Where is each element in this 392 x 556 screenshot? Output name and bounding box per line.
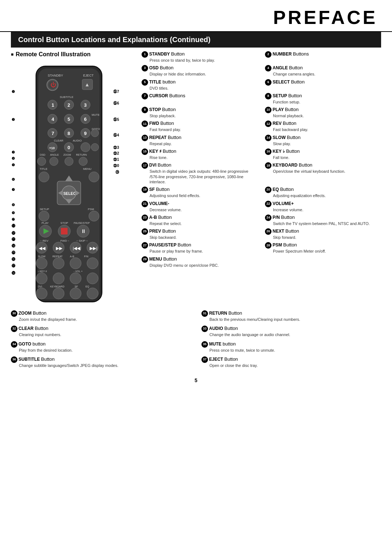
item-type: Button (285, 107, 299, 113)
svg-text:STANDBY: STANDBY (48, 74, 63, 77)
num-circle: 7 (142, 93, 148, 99)
item-type: button (163, 79, 176, 85)
item-type: Button (288, 93, 302, 98)
item-detail: Change the audio language or audio chann… (209, 332, 381, 337)
desc-item-1: 1STANDBY ButtonPress once to stand by, t… (142, 51, 258, 63)
item-detail: Repeat play. (150, 141, 258, 146)
annot-12: ⓬ (12, 231, 15, 235)
desc-item-21: 21VOLUME- Decrease volume. (142, 201, 258, 212)
num-circle: 20 (265, 187, 271, 193)
svg-text:6: 6 (84, 116, 87, 122)
annot-r34: ㉟4 (113, 133, 119, 137)
item-label: NUMBER (273, 52, 293, 57)
right-panel: 1STANDBY ButtonPress once to stand by, t… (134, 48, 381, 307)
svg-point-50 (89, 172, 99, 182)
desc-item-7: 7CURSOR Buttons (142, 93, 258, 105)
desc-item-15: 15KEY ♯ ButtonRise tone. (142, 148, 258, 160)
item-label: OSD (149, 66, 160, 71)
bottom-desc-item-33: 33AUDIO ButtonChange the audio language … (201, 326, 381, 337)
svg-text:⏸: ⏸ (81, 228, 86, 234)
svg-text:PLAY: PLAY (42, 222, 49, 225)
svg-text:REPEAT: REPEAT (53, 255, 63, 258)
annot-r30: ㉝0 (113, 164, 119, 168)
num-circle: 33 (201, 326, 208, 332)
svg-point-101 (53, 288, 64, 299)
item-detail: Open/close the virtual keyboard function… (273, 169, 381, 174)
svg-point-102 (70, 288, 81, 299)
item-detail: Change camera angles. (273, 71, 381, 77)
left-panel: Remote Control Illustration ❶ ❷ ❸ ❹ ❺ ❻ … (11, 48, 134, 307)
svg-text:MENU: MENU (83, 167, 91, 171)
subsection-title: Remote Control Illustration (11, 51, 134, 58)
svg-text:SUBTITLE: SUBTITLE (60, 95, 73, 99)
annot-15: ⓯ (12, 251, 15, 255)
svg-text:|◀◀: |◀◀ (73, 246, 81, 250)
num-circle: 34 (11, 341, 17, 348)
svg-text:←SKIP→: ←SKIP→ (76, 239, 88, 242)
item-detail: Adjusting sound field effects. (150, 193, 258, 198)
item-type: Button (299, 163, 313, 168)
item-detail: Open or close the disc tray. (209, 363, 381, 368)
item-detail: Fast backward play. (273, 127, 381, 132)
svg-text:SLOW: SLOW (38, 255, 45, 258)
item-label: STANDBY (149, 52, 171, 57)
desc-item-3: 3OSD ButtonDisplay or hide disc informat… (142, 65, 258, 77)
annot-4: ❹ (12, 156, 15, 160)
num-circle: 35 (201, 341, 208, 348)
item-detail: Fall tone. (273, 155, 381, 160)
item-label: P/N (273, 215, 281, 220)
item-type: Button (162, 107, 176, 113)
svg-text:DVI: DVI (38, 285, 42, 288)
svg-text:◀◀: ◀◀ (39, 246, 46, 250)
desc-item-2: 2NUMBER Buttons (265, 51, 381, 63)
svg-point-60 (39, 211, 49, 221)
item-detail: Slow play. (273, 141, 381, 146)
desc-item-27: 27PAUSE/STEP ButtonPause or play frame b… (142, 242, 258, 254)
num-circle: 23 (142, 214, 148, 221)
annot-r32: ㉝2 (113, 151, 119, 155)
num-circle: 4 (265, 65, 271, 71)
item-detail: Rise tone. (150, 155, 258, 160)
svg-point-88 (70, 258, 81, 269)
item-detail: Function setup. (273, 99, 381, 105)
item-detail: Decrease volume. (150, 207, 258, 212)
annot-10: ❿ (12, 217, 15, 221)
annot-5: ❺ (12, 163, 15, 167)
desc-item-6: 6SELECT Button (265, 79, 381, 91)
item-label: KEY ♭ (273, 149, 286, 154)
svg-text:1: 1 (52, 102, 54, 108)
num-circle: 11 (142, 120, 148, 127)
item-type: Button (171, 51, 185, 57)
item-label: VOLUME+ (273, 201, 294, 206)
item-type: Button (168, 135, 181, 140)
num-circle: 27 (142, 242, 148, 249)
annot-r37: ㉟7 (113, 90, 119, 94)
num-circle: 10 (265, 107, 271, 113)
item-type: Buttons (169, 93, 185, 98)
num-circle: 21 (142, 201, 148, 207)
svg-point-89 (87, 258, 98, 269)
svg-text:▶▶|: ▶▶| (90, 246, 97, 250)
item-label: PLAY (273, 107, 285, 113)
bottom-desc-item-37: 37EJECT ButtonOpen or close the disc tra… (201, 356, 381, 368)
item-type: Button (289, 65, 303, 71)
svg-point-44 (50, 157, 58, 165)
num-circle: 3 (142, 65, 148, 71)
num-circle: 37 (201, 356, 208, 363)
annot-2: ❷ (12, 118, 15, 122)
num-circle: 29 (142, 256, 148, 263)
svg-point-49 (39, 172, 49, 182)
svg-text:9: 9 (84, 131, 87, 136)
svg-text:←REV: ←REV (40, 239, 49, 242)
desc-item-24: 24P/N ButtonSwitch the TV system between… (265, 214, 381, 226)
item-label: MUTE (209, 342, 222, 347)
svg-text:EQ: EQ (86, 285, 90, 288)
annot-r33: ㉝3 (113, 146, 119, 150)
desc-item-4: 4ANGLE ButtonChange camera angles. (265, 65, 381, 77)
item-type: Button (163, 149, 176, 154)
remote-svg: STANDBY EJECT ⏻ ▲ SUBTITLE 1 2 3 (22, 61, 116, 307)
item-label: TITLE (149, 79, 163, 85)
svg-text:A-B: A-B (70, 255, 74, 258)
num-circle: 18 (265, 162, 271, 169)
item-label: REPEAT (149, 135, 168, 140)
